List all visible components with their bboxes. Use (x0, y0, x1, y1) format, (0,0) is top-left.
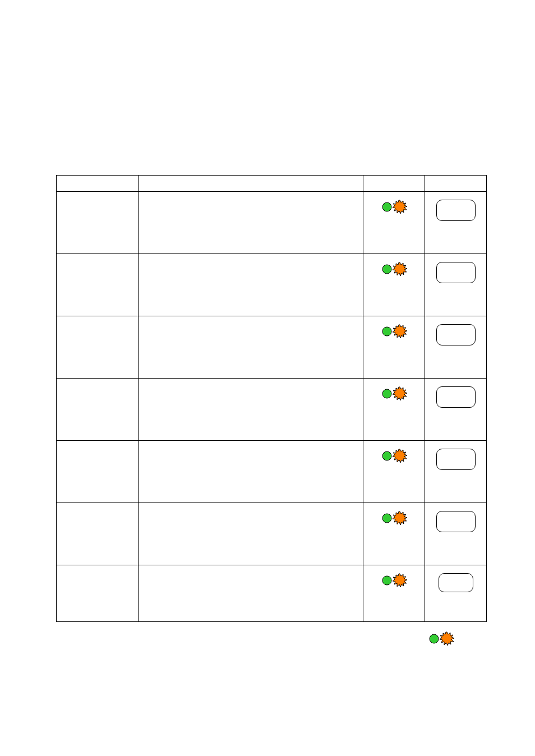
svg-point-8 (382, 451, 391, 460)
table-header-row (57, 176, 487, 192)
cell (363, 192, 425, 253)
table-row (57, 254, 487, 316)
green-circle-icon (381, 201, 393, 213)
rounded-box (436, 200, 476, 221)
green-circle-icon (428, 633, 440, 644)
svg-point-10 (382, 514, 391, 523)
svg-marker-3 (393, 262, 407, 276)
cell (363, 503, 425, 565)
table-row (57, 316, 487, 379)
cell (139, 192, 363, 253)
svg-point-4 (382, 327, 391, 336)
svg-point-0 (382, 202, 391, 211)
status-icons (381, 386, 407, 401)
orange-burst-icon (393, 511, 407, 525)
footer-status-icons (428, 631, 454, 646)
cell (139, 379, 363, 440)
data-table (56, 175, 487, 622)
svg-marker-7 (393, 387, 407, 400)
table-row (57, 565, 487, 622)
cell (57, 441, 139, 503)
table-row (57, 192, 487, 254)
svg-point-12 (382, 576, 391, 585)
cell (57, 503, 139, 565)
cell (425, 316, 487, 378)
status-icons (381, 511, 407, 525)
orange-burst-icon (393, 386, 407, 401)
cell (363, 565, 425, 621)
cell (363, 379, 425, 440)
cell (57, 192, 139, 253)
cell (425, 192, 487, 253)
cell (363, 254, 425, 316)
orange-burst-icon (393, 449, 407, 463)
table-row (57, 379, 487, 441)
cell (425, 379, 487, 440)
status-icons (381, 573, 407, 588)
cell (139, 441, 363, 503)
green-circle-icon (381, 513, 393, 524)
rounded-box (436, 511, 476, 532)
cell (57, 254, 139, 316)
cell (139, 316, 363, 378)
cell (363, 441, 425, 503)
rounded-box (436, 262, 476, 283)
rounded-box (436, 386, 476, 408)
svg-marker-15 (440, 632, 454, 646)
cell (139, 565, 363, 621)
page (0, 0, 535, 756)
cell (363, 316, 425, 378)
green-circle-icon (381, 264, 393, 275)
green-circle-icon (381, 575, 393, 586)
green-circle-icon (381, 326, 393, 337)
svg-marker-9 (393, 449, 407, 463)
green-circle-icon (381, 388, 393, 399)
header-cell (425, 176, 487, 191)
svg-marker-5 (393, 325, 407, 338)
svg-point-14 (430, 634, 439, 643)
cell (425, 441, 487, 503)
orange-burst-icon (440, 631, 454, 646)
rounded-box (436, 324, 476, 345)
svg-marker-13 (393, 574, 407, 587)
status-icons (381, 324, 407, 339)
orange-burst-icon (393, 262, 407, 276)
rounded-box (436, 449, 476, 470)
cell (139, 503, 363, 565)
status-icons (381, 262, 407, 276)
svg-marker-11 (393, 511, 407, 525)
orange-burst-icon (393, 200, 407, 214)
status-icons (381, 200, 407, 214)
cell (425, 254, 487, 316)
green-circle-icon (381, 450, 393, 462)
header-cell (57, 176, 139, 191)
cell (425, 503, 487, 565)
table-row (57, 503, 487, 565)
rounded-box (439, 573, 473, 592)
header-cell (139, 176, 363, 191)
svg-point-6 (382, 389, 391, 398)
svg-point-2 (382, 265, 391, 274)
svg-marker-1 (393, 200, 407, 214)
header-cell (363, 176, 425, 191)
status-icons (381, 449, 407, 463)
orange-burst-icon (393, 324, 407, 339)
cell (425, 565, 487, 621)
cell (57, 379, 139, 440)
cell (57, 565, 139, 621)
table-row (57, 441, 487, 503)
cell (57, 316, 139, 378)
cell (139, 254, 363, 316)
orange-burst-icon (393, 573, 407, 588)
